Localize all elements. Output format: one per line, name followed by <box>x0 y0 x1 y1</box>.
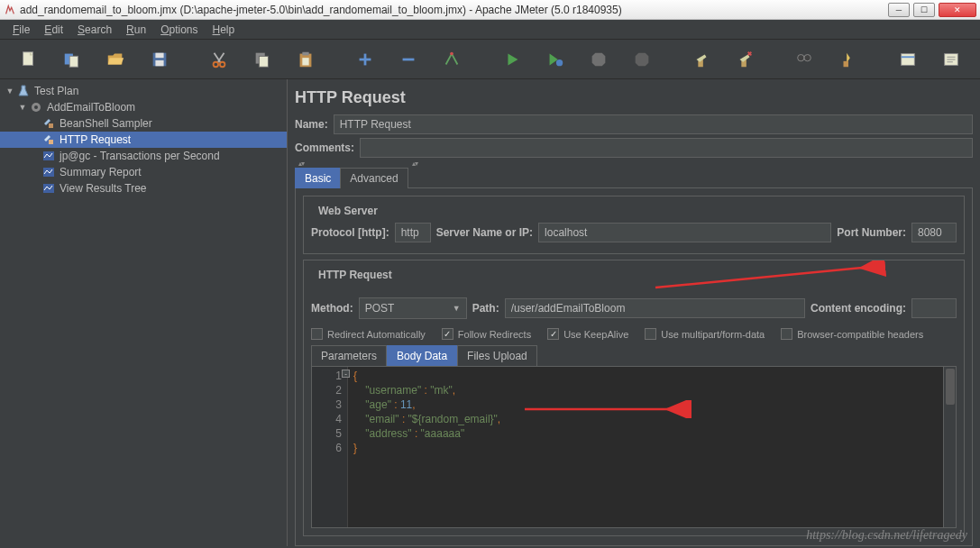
svg-rect-12 <box>302 58 308 65</box>
line-gutter: 123456 <box>312 367 348 527</box>
svg-line-37 <box>655 266 881 288</box>
httpreq-legend: HTTP Request <box>315 269 396 281</box>
svg-rect-23 <box>843 60 848 66</box>
function-helper-button[interactable] <box>885 43 929 76</box>
editor-scrollbar[interactable] <box>943 367 956 527</box>
tree-label: View Results Tree <box>60 182 147 195</box>
tree-toggle-icon[interactable]: ▼ <box>16 103 29 112</box>
svg-rect-4 <box>155 52 163 58</box>
name-input[interactable] <box>334 114 973 134</box>
svg-point-21 <box>804 54 811 60</box>
comments-label: Comments: <box>295 142 354 154</box>
listener-icon <box>41 149 56 163</box>
tree-results-tree[interactable]: View Results Tree <box>0 180 287 196</box>
save-button[interactable] <box>138 43 181 76</box>
menu-search[interactable]: Search <box>72 22 117 38</box>
sampler-icon <box>41 116 56 131</box>
svg-point-20 <box>798 54 804 60</box>
new-button[interactable] <box>7 43 50 76</box>
menu-options[interactable]: Options <box>155 22 203 38</box>
method-label: Method: <box>311 302 353 315</box>
keepalive-checkbox[interactable]: ✓Use KeepAlive <box>547 328 628 340</box>
menu-file[interactable]: File <box>7 22 35 38</box>
svg-rect-9 <box>259 56 268 67</box>
expand-button[interactable] <box>343 43 387 76</box>
listener-icon <box>41 181 56 196</box>
tree-label: Test Plan <box>34 85 78 97</box>
tree-thread-group[interactable]: ▼ AddEmailToBloom <box>0 99 287 115</box>
server-input[interactable] <box>538 223 831 242</box>
tree-beanshell[interactable]: BeanShell Sampler <box>0 115 287 132</box>
menu-run[interactable]: Run <box>121 22 151 38</box>
window-title: add_randomemail_to_bloom.jmx (D:\apache-… <box>20 4 888 16</box>
reset-search-button[interactable] <box>826 43 869 76</box>
svg-rect-24 <box>901 53 914 65</box>
method-value: POST <box>365 302 395 315</box>
port-input[interactable] <box>911 223 957 242</box>
tab-body-data[interactable]: Body Data <box>387 345 457 366</box>
close-button[interactable]: ✕ <box>939 3 976 17</box>
start-no-pause-button[interactable] <box>534 43 577 76</box>
tree-label: Summary Report <box>60 166 142 178</box>
tree-label: jp@gc - Transactions per Second <box>60 150 220 162</box>
tab-files-upload[interactable]: Files Upload <box>457 345 537 366</box>
cut-button[interactable] <box>197 43 241 76</box>
title-bar: add_randomemail_to_bloom.jmx (D:\apache-… <box>0 0 980 20</box>
svg-point-31 <box>34 105 38 109</box>
menu-edit[interactable]: Edit <box>39 22 69 38</box>
tree-summary[interactable]: Summary Report <box>0 164 287 180</box>
code-area[interactable]: { "username" : "mk", "age" : 11, "email"… <box>348 367 943 527</box>
search-button[interactable] <box>783 43 826 76</box>
tab-parameters[interactable]: Parameters <box>311 345 387 366</box>
tab-basic[interactable]: Basic <box>295 168 341 188</box>
toggle-button[interactable] <box>430 43 473 76</box>
shutdown-button[interactable] <box>620 43 664 76</box>
protocol-label: Protocol [http]: <box>311 226 389 239</box>
path-input[interactable] <box>505 298 805 318</box>
help-button[interactable] <box>930 43 973 76</box>
method-select[interactable]: POST ▼ <box>359 297 467 319</box>
open-button[interactable] <box>94 43 137 76</box>
encoding-label: Content encoding: <box>811 302 906 315</box>
svg-point-17 <box>556 59 563 66</box>
browser-headers-checkbox[interactable]: Browser-compatible headers <box>781 328 923 340</box>
tree-panel[interactable]: ▼ Test Plan ▼ AddEmailToBloom BeanShell … <box>0 79 288 546</box>
sampler-icon <box>41 132 56 147</box>
follow-redirects-checkbox[interactable]: ✓Follow Redirects <box>442 328 531 340</box>
collapse-button[interactable] <box>387 43 430 76</box>
svg-point-16 <box>451 51 454 55</box>
tree-toggle-icon[interactable]: ▼ <box>4 87 16 96</box>
minimize-button[interactable]: ─ <box>888 3 910 17</box>
templates-button[interactable] <box>50 43 94 76</box>
tree-test-plan[interactable]: ▼ Test Plan <box>0 83 287 99</box>
path-label: Path: <box>472 302 499 315</box>
body-editor[interactable]: 123456 - { "username" : "mk", "age" : 11… <box>311 366 957 528</box>
comments-input[interactable] <box>360 138 973 158</box>
clear-all-button[interactable] <box>723 43 766 76</box>
paste-button[interactable] <box>284 43 327 76</box>
redirect-auto-checkbox[interactable]: Redirect Automatically <box>311 328 426 340</box>
copy-button[interactable] <box>241 43 284 76</box>
content-panel: HTTP Request Name: Comments: ▴▾ ▴▾ Basic <box>288 79 980 546</box>
encoding-input[interactable] <box>911 298 957 318</box>
tree-label: AddEmailToBloom <box>47 101 135 114</box>
maximize-button[interactable]: ☐ <box>913 3 935 17</box>
svg-rect-32 <box>49 123 53 128</box>
tree-http-request[interactable]: HTTP Request <box>0 132 287 148</box>
tab-advanced[interactable]: Advanced <box>340 168 408 188</box>
menu-help[interactable]: Help <box>207 22 241 38</box>
protocol-input[interactable] <box>395 223 431 242</box>
gear-icon <box>29 100 43 114</box>
watermark: https://blog.csdn.net/lifetragedy <box>806 528 967 543</box>
start-button[interactable] <box>490 43 533 76</box>
svg-rect-11 <box>302 51 308 55</box>
tree-label: HTTP Request <box>60 133 131 146</box>
server-label: Server Name or IP: <box>436 226 533 239</box>
clear-button[interactable] <box>680 43 723 76</box>
stop-button[interactable] <box>577 43 620 76</box>
multipart-checkbox[interactable]: Use multipart/form-data <box>645 328 765 340</box>
listener-icon <box>41 165 56 179</box>
annotation-arrow-icon <box>646 260 890 297</box>
tree-transactions[interactable]: jp@gc - Transactions per Second <box>0 148 287 164</box>
tree-label: BeanShell Sampler <box>60 117 152 130</box>
